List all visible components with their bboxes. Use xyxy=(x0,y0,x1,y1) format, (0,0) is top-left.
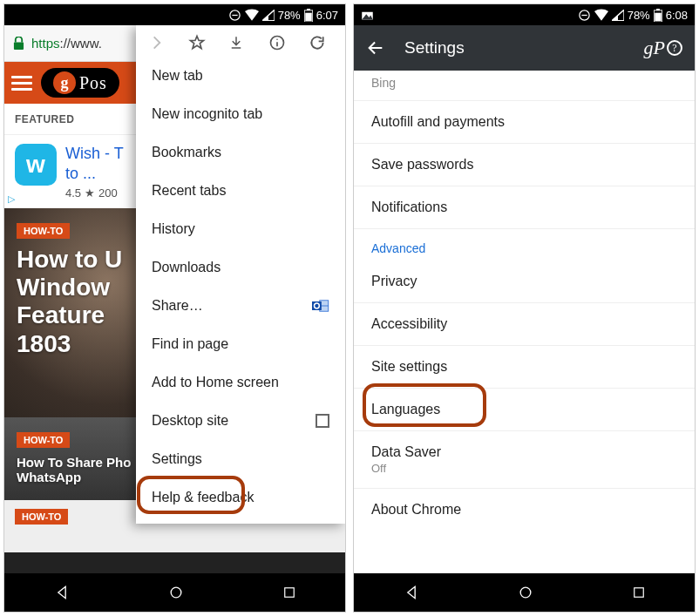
menu-icon-row xyxy=(136,25,345,57)
star-icon: ★ xyxy=(85,186,95,200)
menu-new-tab[interactable]: New tab xyxy=(136,57,345,95)
battery-icon xyxy=(304,9,313,22)
clock-label: 6:07 xyxy=(316,9,338,22)
article-tag: HOW-TO xyxy=(17,223,70,239)
ad-rating: 4.5 ★ 200 xyxy=(65,186,124,200)
menu-bookmarks[interactable]: Bookmarks xyxy=(136,133,345,172)
lock-icon xyxy=(13,37,24,50)
nav-home-icon[interactable] xyxy=(167,584,185,601)
nav-back-icon[interactable] xyxy=(403,584,420,601)
screenshot-icon xyxy=(361,10,374,21)
ad-app-icon: w xyxy=(15,144,57,186)
outlook-icon xyxy=(312,298,329,314)
statusbar: 78% 6:08 xyxy=(354,4,695,25)
info-icon[interactable] xyxy=(268,34,293,51)
wifi-icon xyxy=(245,9,259,21)
svg-rect-4 xyxy=(14,43,24,50)
forward-icon[interactable] xyxy=(148,34,173,51)
checkbox-icon[interactable] xyxy=(316,414,329,428)
svg-point-14 xyxy=(171,587,181,598)
reload-icon[interactable] xyxy=(309,34,333,51)
svg-point-21 xyxy=(520,587,531,598)
settings-title: Settings xyxy=(404,38,465,58)
statusbar: 78% 6:07 xyxy=(4,4,345,25)
battery-label: 78% xyxy=(628,9,650,22)
settings-section-advanced: Advanced xyxy=(354,229,695,261)
settings-item-save-passwords[interactable]: Save passwords xyxy=(354,144,695,186)
settings-item-search-engine-value[interactable]: Bing xyxy=(354,71,695,101)
settings-header: Settings gP? xyxy=(354,25,695,71)
site-logo[interactable]: gPos xyxy=(41,68,119,98)
menu-recent-tabs[interactable]: Recent tabs xyxy=(136,172,345,210)
nav-recents-icon[interactable] xyxy=(282,585,297,600)
article-tag: HOW-TO xyxy=(15,509,68,525)
article-tag: HOW-TO xyxy=(17,432,70,448)
settings-item-data-saver[interactable]: Data Saver Off xyxy=(354,431,695,489)
download-icon[interactable] xyxy=(228,34,253,51)
settings-item-privacy[interactable]: Privacy xyxy=(354,261,695,303)
svg-rect-3 xyxy=(305,12,312,20)
signal-icon xyxy=(612,10,624,21)
data-saver-status: Off xyxy=(371,462,677,475)
chrome-overflow-menu: New tab New incognito tab Bookmarks Rece… xyxy=(136,25,345,524)
wifi-icon xyxy=(594,9,608,21)
battery-label: 78% xyxy=(278,9,301,22)
dnd-icon xyxy=(578,9,591,22)
adchoices-icon[interactable]: ▷ xyxy=(8,193,15,205)
nav-back-icon[interactable] xyxy=(53,584,71,601)
svg-rect-15 xyxy=(284,588,294,598)
settings-list[interactable]: Bing Autofill and payments Save password… xyxy=(354,71,695,573)
phone-left: 78% 6:07 https://www. gPos FEATURED ▷ w … xyxy=(3,3,346,613)
settings-item-site-settings[interactable]: Site settings xyxy=(354,346,695,389)
android-navbar xyxy=(4,573,345,612)
nav-recents-icon[interactable] xyxy=(631,585,647,600)
menu-add-to-home[interactable]: Add to Home screen xyxy=(136,363,345,402)
settings-item-accessibility[interactable]: Accessibility xyxy=(354,303,695,346)
settings-item-about[interactable]: About Chrome xyxy=(354,489,695,531)
bookmark-star-icon[interactable] xyxy=(188,34,213,51)
signal-icon xyxy=(262,10,275,21)
phone-right: 78% 6:08 Settings gP? Bing Autofill and … xyxy=(353,3,696,613)
svg-rect-20 xyxy=(655,12,662,20)
back-arrow-icon[interactable] xyxy=(366,38,385,58)
menu-settings[interactable]: Settings xyxy=(136,440,345,478)
settings-item-autofill[interactable]: Autofill and payments xyxy=(354,101,695,144)
menu-downloads[interactable]: Downloads xyxy=(136,248,345,287)
battery-icon xyxy=(654,9,662,22)
menu-desktop-site[interactable]: Desktop site xyxy=(136,402,345,440)
svg-rect-22 xyxy=(634,588,643,598)
hamburger-icon[interactable] xyxy=(11,76,32,91)
menu-share[interactable]: Share… xyxy=(136,287,345,325)
android-navbar xyxy=(354,573,695,612)
watermark-logo: gP? xyxy=(644,37,682,59)
menu-history[interactable]: History xyxy=(136,210,345,248)
settings-item-notifications[interactable]: Notifications xyxy=(354,186,695,229)
svg-point-8 xyxy=(276,38,278,40)
dnd-icon xyxy=(228,9,241,22)
menu-new-incognito[interactable]: New incognito tab xyxy=(136,95,345,133)
svg-rect-5 xyxy=(232,47,241,49)
url-text: https://www. xyxy=(31,36,102,51)
settings-item-languages[interactable]: Languages xyxy=(354,389,695,431)
ad-title: Wish - Tto ... xyxy=(65,144,124,183)
clock-label: 6:08 xyxy=(666,9,688,22)
menu-find-in-page[interactable]: Find in page xyxy=(136,325,345,363)
menu-help-feedback[interactable]: Help & feedback xyxy=(136,478,345,517)
nav-home-icon[interactable] xyxy=(517,584,534,601)
